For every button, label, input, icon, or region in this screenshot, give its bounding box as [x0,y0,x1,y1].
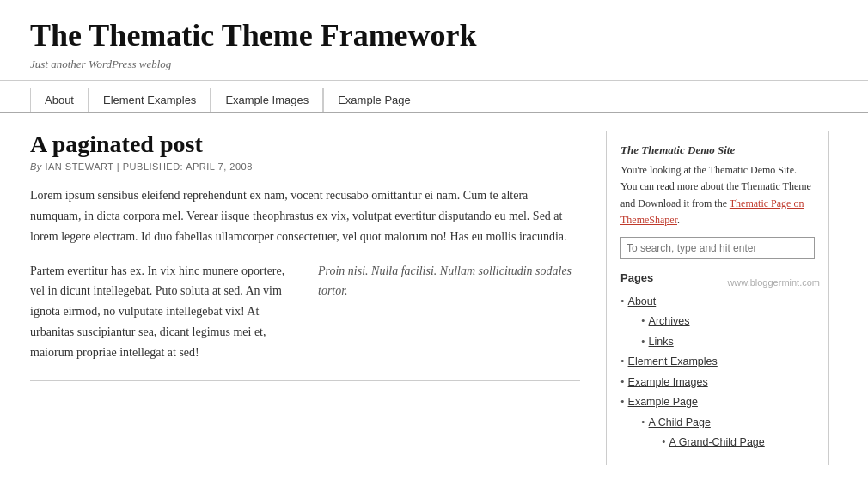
sidebar: The Thematic Demo Site You're looking at… [606,131,829,465]
primary-nav: About Element Examples Example Images Ex… [0,81,868,113]
pages-list-item-archives: Archives [620,311,815,331]
pages-link-links[interactable]: Links [649,332,674,352]
pages-list-item-grandchild-page: A Grand-Child Page [620,432,815,452]
pages-list: About Archives Links Element Examples [620,291,815,452]
post-columns: Partem evertitur has ex. In vix hinc mun… [30,261,580,363]
nav-link-element-examples[interactable]: Element Examples [89,88,211,112]
pages-link-grandchild-page[interactable]: A Grand-Child Page [669,433,765,452]
post-meta-author: IAN STEWART [45,161,113,172]
post-title: A paginated post [30,131,580,158]
nav-item-example-images[interactable]: Example Images [211,88,323,112]
pages-link-element-examples[interactable]: Element Examples [628,352,718,372]
site-title: The Thematic Theme Framework [30,17,838,54]
sidebar-watermark: www.bloggermint.com [727,277,820,288]
post-meta: By IAN STEWART | Published: APRIL 7, 200… [30,161,580,172]
post-divider [30,380,580,381]
post-col-left: Partem evertitur has ex. In vix hinc mun… [30,261,292,363]
nav-item-about[interactable]: About [30,88,89,112]
nav-link-example-images[interactable]: Example Images [211,88,323,112]
pages-link-child-page[interactable]: A Child Page [649,413,711,433]
post-meta-published: Published: [123,161,183,172]
sidebar-box: The Thematic Demo Site You're looking at… [606,131,829,465]
post-meta-by: By [30,161,45,172]
post-body: Lorem ipsum sensibus eleifend reprehendu… [30,185,580,362]
nav-link-about[interactable]: About [30,88,89,112]
sidebar-demo-text: You're looking at the Thematic Demo Site… [620,162,815,228]
pages-list-item-about: About [620,291,815,312]
nav-item-element-examples[interactable]: Element Examples [89,88,211,112]
pages-list-item-example-page: Example Page [620,392,815,412]
main-wrapper: A paginated post By IAN STEWART | Publis… [0,113,868,483]
pages-link-about[interactable]: About [628,292,657,312]
pages-link-archives[interactable]: Archives [649,312,690,331]
site-header: The Thematic Theme Framework Just anothe… [0,0,868,81]
post-paragraph-1: Lorem ipsum sensibus eleifend reprehendu… [30,185,580,246]
nav-list: About Element Examples Example Images Ex… [30,88,838,112]
site-tagline: Just another WordPress weblog [30,58,838,71]
post-col-right: Proin nisi. Nulla facilisi. Nullam solli… [318,261,580,363]
search-input[interactable] [620,237,815,259]
nav-item-example-page[interactable]: Example Page [323,88,425,112]
pages-list-item-example-images: Example Images [620,372,815,392]
content-area: A paginated post By IAN STEWART | Publis… [30,131,580,465]
post-meta-date: APRIL 7, 2008 [186,161,253,172]
nav-link-example-page[interactable]: Example Page [323,88,425,112]
sidebar-demo-text2: . [677,214,680,226]
pages-list-item-links: Links [620,331,815,352]
pages-link-example-images[interactable]: Example Images [628,373,708,392]
pages-list-item-child-page: A Child Page [620,412,815,433]
pages-list-item-element-examples: Element Examples [620,351,815,372]
pages-link-example-page[interactable]: Example Page [628,392,698,412]
sidebar-demo-title: The Thematic Demo Site [620,143,815,157]
post-meta-separator: | [117,161,123,172]
